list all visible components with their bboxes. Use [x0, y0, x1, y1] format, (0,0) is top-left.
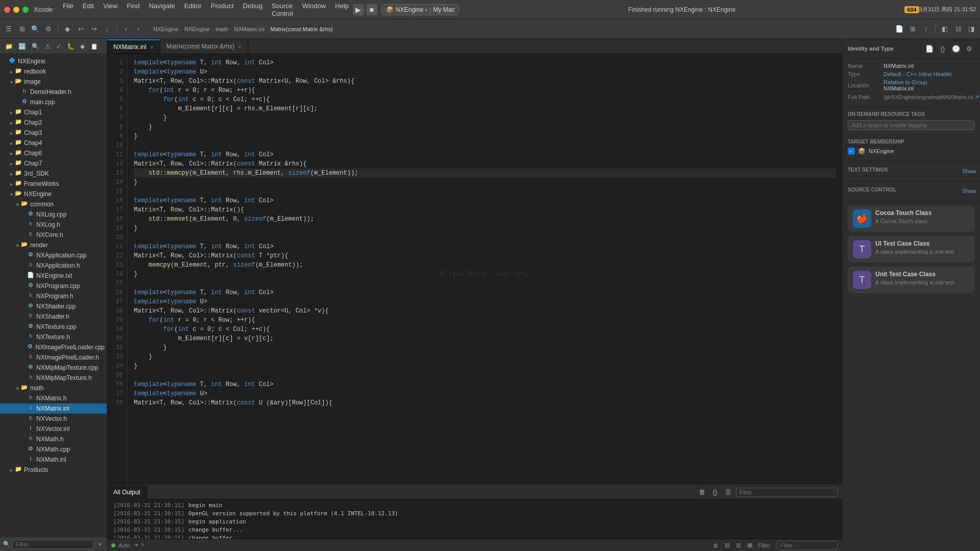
- sidebar-item-3rd_sdk[interactable]: ▸📁3rd_SDK: [0, 169, 107, 179]
- menu-window[interactable]: Window: [298, 0, 330, 19]
- add-file-button[interactable]: +: [96, 540, 104, 549]
- toolbar-editor-assistant[interactable]: ⊞: [907, 23, 918, 35]
- toolbar-filter[interactable]: ⚙: [43, 23, 54, 35]
- editor-tab-nxmatrix-inl[interactable]: NXMatrix.inl✕: [107, 39, 160, 54]
- breadcrumb-nxengine[interactable]: NXEngine: [153, 26, 179, 32]
- sidebar-filter-input[interactable]: [12, 540, 94, 549]
- sidebar-item-nxmath-cpp[interactable]: ⚙NXMath.cpp: [0, 444, 107, 454]
- sidebar-item-nxtexture-h[interactable]: hNXTexture.h: [0, 332, 107, 342]
- sidebar-item-nxprogram-cpp[interactable]: ⚙NXProgram.cpp: [0, 281, 107, 291]
- scheme-selector[interactable]: 📦 NXEngine › : My Mac: [381, 4, 459, 15]
- console-options[interactable]: ☰: [723, 487, 734, 498]
- sidebar-item-nxcore-h[interactable]: hNXCore.h: [0, 230, 107, 240]
- sidebar-nav-reports[interactable]: 📋: [88, 42, 100, 51]
- tag-input[interactable]: [848, 120, 975, 130]
- sidebar-item-products[interactable]: ▸📁Products: [0, 465, 107, 475]
- toolbar-editor-standard[interactable]: 📄: [894, 23, 905, 35]
- sidebar-item-nxshader-cpp[interactable]: ⚙NXShader.cpp: [0, 301, 107, 312]
- nav-back[interactable]: ‹: [121, 23, 132, 35]
- toolbar-panel-right[interactable]: ◨: [966, 23, 977, 35]
- sidebar-nav-tests[interactable]: ✓: [54, 42, 63, 51]
- menu-find[interactable]: Find: [123, 0, 144, 19]
- minimize-button[interactable]: [13, 7, 19, 13]
- sidebar-item-nxapplication-h[interactable]: hNXApplication.h: [0, 260, 107, 271]
- menu-debug[interactable]: Debug: [239, 0, 267, 19]
- toolbar-breakpoint[interactable]: ◆: [62, 23, 73, 35]
- code-content[interactable]: template<typename T, int Row, int Col>te…: [128, 54, 842, 485]
- sidebar-item-main-cpp[interactable]: ⚙main.cpp: [0, 97, 107, 107]
- console-save[interactable]: {}: [709, 487, 721, 498]
- console-clear[interactable]: 🗑: [696, 487, 707, 498]
- menu-product[interactable]: Product: [207, 0, 238, 19]
- toolbar-grid[interactable]: ⊞: [16, 23, 28, 35]
- view-toggle-1[interactable]: ▤: [725, 542, 730, 548]
- sidebar-item-nxengine-txt[interactable]: 📄NXEngine.txt: [0, 271, 107, 281]
- stop-button[interactable]: ■: [366, 4, 377, 15]
- nav-forward[interactable]: ›: [133, 23, 144, 35]
- template-card-cocoa-touch[interactable]: 🍎 Cocoa Touch Class A Cocoa Touch class: [848, 205, 975, 232]
- sidebar-item-nxlog-h[interactable]: hNXLog.h: [0, 220, 107, 230]
- fullpath-link-icon[interactable]: ↗: [974, 93, 979, 101]
- tab-close[interactable]: ✕: [237, 44, 242, 50]
- menu-edit[interactable]: Edit: [79, 0, 98, 19]
- sidebar-item-nxprogram-h[interactable]: hNXProgram.h: [0, 291, 107, 301]
- breadcrumb-nxmatrix[interactable]: NXMatrix.inl: [234, 26, 265, 32]
- sidebar-item-common[interactable]: ▾📂common: [0, 199, 107, 209]
- sidebar-item-nxmatrix-inl[interactable]: iNXMatrix.inl: [0, 403, 107, 414]
- sidebar-item-nxvector-h[interactable]: hNXVector.h: [0, 414, 107, 424]
- sidebar-item-chap7[interactable]: ▸📁Chap7: [0, 158, 107, 169]
- breadcrumb-nxengine2[interactable]: NXEngine: [184, 26, 210, 32]
- view-toggle-3[interactable]: ▦: [747, 542, 752, 548]
- sidebar-item-nxmatrix-h[interactable]: hNXMatrix.h: [0, 393, 107, 403]
- maximize-button[interactable]: [22, 7, 29, 13]
- sidebar-item-nxmath-h[interactable]: hNXMath.h: [0, 434, 107, 444]
- toolbar-step-over[interactable]: ↪: [88, 23, 100, 35]
- console-filter-input[interactable]: [736, 488, 838, 497]
- sidebar-item-chap3[interactable]: ▸📁Chap3: [0, 128, 107, 138]
- sidebar-nav-files[interactable]: 📁: [3, 42, 15, 51]
- sidebar-item-nxtexture-cpp[interactable]: ⚙NXTexture.cpp: [0, 322, 107, 332]
- menu-source-control[interactable]: Source Control: [268, 0, 297, 19]
- template-card-ui-test-case[interactable]: T UI Test Case Class A class implementin…: [848, 236, 975, 262]
- breadcrumb-math[interactable]: math: [216, 26, 228, 32]
- sidebar-item-demoheader[interactable]: hDemoHeader.h: [0, 87, 107, 97]
- menu-help[interactable]: Help: [331, 0, 353, 19]
- sidebar-nav-find[interactable]: 🔍: [30, 42, 41, 51]
- sidebar-nav-issues[interactable]: ⚠: [43, 42, 53, 51]
- toolbar-panel-bottom[interactable]: ⊟: [952, 23, 964, 35]
- sidebar-nav-breakpoints[interactable]: ◆: [78, 42, 87, 51]
- menu-view[interactable]: View: [99, 0, 122, 19]
- sidebar-item-nxengine[interactable]: ▾📂NXEngine: [0, 189, 107, 199]
- trash-icon[interactable]: 🗑: [713, 542, 719, 548]
- right-panel-file-icon[interactable]: 📄: [924, 43, 935, 54]
- sidebar-item-nxmath-inl[interactable]: iNXMath.inl: [0, 454, 107, 465]
- sidebar-item-chap6[interactable]: ▸📁Chap6: [0, 148, 107, 158]
- sidebar-item-nxmipmaptexture-cpp[interactable]: ⚙NXMipMapTexture.cpp: [0, 363, 107, 373]
- toolbar-panel-left[interactable]: ◧: [939, 23, 950, 35]
- sidebar-item-chap4[interactable]: ▸📁Chap4: [0, 138, 107, 148]
- toolbar-step[interactable]: ↩: [75, 23, 86, 35]
- sidebar-item-nximagepixelloader-cpp[interactable]: ⚙NXImagePixelLoader.cpp: [0, 342, 107, 352]
- bottom-filter-input-right[interactable]: [777, 541, 838, 550]
- menu-editor[interactable]: Editor: [180, 0, 206, 19]
- view-toggle-2[interactable]: ▥: [736, 542, 741, 548]
- menu-navigate[interactable]: Navigate: [145, 0, 179, 19]
- sidebar-item-frameworks[interactable]: ▸📁FrameWorks: [0, 179, 107, 189]
- menu-file[interactable]: File: [59, 0, 78, 19]
- sidebar-item-nxvector-inl[interactable]: iNXVector.inl: [0, 424, 107, 434]
- sidebar-item-nxshader-h[interactable]: hNXShader.h: [0, 312, 107, 322]
- sidebar-item-math[interactable]: ▾📂math: [0, 383, 107, 393]
- sidebar-item-nxmipmaptexture-h[interactable]: hNXMipMapTexture.h: [0, 373, 107, 383]
- editor-tab-matrix-const-matrix--rhs-[interactable]: Matrix(const Matrix &rhs)✕: [160, 39, 248, 54]
- sidebar-nav-debug[interactable]: 🐛: [65, 42, 77, 51]
- sidebar-toggle[interactable]: ☰: [3, 23, 14, 35]
- sidebar-item-chap2[interactable]: ▸📁Chap2: [0, 117, 107, 128]
- toolbar-step-in[interactable]: ↓: [102, 23, 113, 35]
- sidebar-item-nxlog-cpp[interactable]: ⚙NXLog.cpp: [0, 209, 107, 220]
- toolbar-search[interactable]: 🔍: [30, 23, 41, 35]
- sidebar-nav-symbols[interactable]: 🔣: [16, 42, 28, 51]
- toolbar-editor-version[interactable]: ↕: [920, 23, 931, 35]
- sidebar-item-redbook[interactable]: ▸📁redbook: [0, 66, 107, 77]
- right-panel-history-icon[interactable]: 🕐: [950, 43, 962, 54]
- sidebar-item-image[interactable]: ▾📂image: [0, 77, 107, 87]
